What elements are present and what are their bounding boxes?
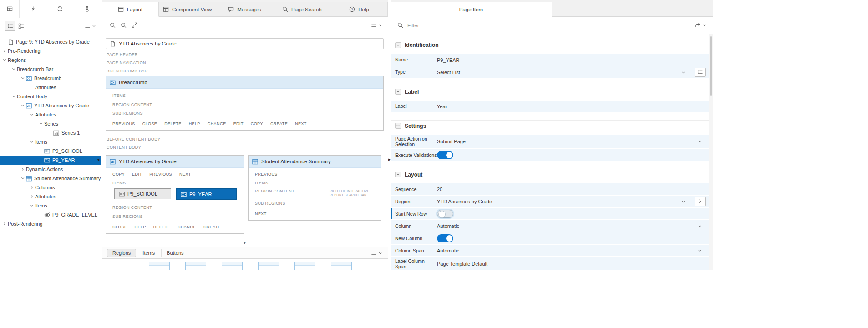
- breadcrumb-action-previous[interactable]: PREVIOUS: [112, 121, 135, 126]
- chart-action-delete[interactable]: DELETE: [153, 225, 170, 229]
- horizontal-splitter[interactable]: ▼: [102, 240, 388, 247]
- breadcrumb-action-next[interactable]: NEXT: [295, 121, 307, 126]
- group-list-button[interactable]: [15, 21, 26, 31]
- tree-chevron-right-icon[interactable]: [29, 194, 35, 199]
- property-value-region[interactable]: YTD Absences by Grade: [437, 199, 492, 204]
- tab-page-search[interactable]: Page Search: [273, 2, 330, 17]
- filter-input[interactable]: [407, 23, 691, 28]
- chart-action-change[interactable]: CHANGE: [178, 225, 196, 229]
- breadcrumb-action-copy[interactable]: COPY: [251, 121, 263, 126]
- property-value-page-action-on-selection[interactable]: Submit Page: [437, 139, 466, 144]
- breadcrumb-region[interactable]: Breadcrumb ITEMS REGION CONTENT SUB REGI…: [106, 76, 384, 131]
- tab-page-item[interactable]: Page Item: [391, 2, 552, 17]
- chart-action-help[interactable]: HELP: [135, 225, 146, 229]
- breadcrumb-action-edit[interactable]: EDIT: [233, 121, 244, 126]
- chevron-down-icon[interactable]: [698, 222, 702, 230]
- collapse-icon[interactable]: [395, 42, 401, 48]
- gallery-tab-items[interactable]: Items: [137, 249, 160, 257]
- chart-action-copy[interactable]: COPY: [112, 172, 125, 177]
- tree-item-items[interactable]: Items: [0, 201, 101, 210]
- tree-item-attributes[interactable]: Attributes: [0, 110, 101, 119]
- toggle-execute-validations[interactable]: [437, 151, 453, 159]
- collapse-icon[interactable]: [395, 123, 401, 129]
- layout-item-p9-school[interactable]: P9_SCHOOL: [114, 188, 171, 199]
- breadcrumb-action-create[interactable]: CREATE: [270, 121, 288, 126]
- tree-item-student-attendance-summary[interactable]: Student Attendance Summary: [0, 174, 101, 183]
- page-node[interactable]: YTD Absences by Grade: [106, 38, 384, 49]
- layout-menu-button[interactable]: [371, 22, 382, 29]
- tree-chevron-right-icon[interactable]: [2, 49, 7, 53]
- tab-layout[interactable]: Layout: [102, 2, 159, 17]
- tree-chevron-down-icon[interactable]: [29, 140, 35, 144]
- tree-item-post-rendering[interactable]: Post-Rendering: [0, 219, 101, 228]
- property-menu-button[interactable]: [695, 22, 706, 29]
- layout-item-p9-year[interactable]: P9_YEAR: [176, 188, 237, 200]
- chart-region-header[interactable]: YTD Absences by Grade: [106, 156, 244, 168]
- chart-region[interactable]: YTD Absences by Grade COPYEDITPREVIOUSNE…: [106, 155, 244, 234]
- gallery-menu-button[interactable]: [371, 250, 382, 257]
- property-value-label[interactable]: Year: [437, 104, 447, 109]
- tree-chevron-right-icon[interactable]: [29, 185, 35, 190]
- chevron-down-icon[interactable]: [681, 197, 685, 206]
- tree-chevron-down-icon[interactable]: [20, 176, 25, 181]
- region-template-thumb[interactable]: [331, 262, 352, 270]
- collapse-icon[interactable]: [395, 172, 401, 177]
- tab-component-view[interactable]: Component View: [159, 2, 216, 17]
- chart-action-edit[interactable]: EDIT: [132, 172, 142, 177]
- region-template-thumb[interactable]: [185, 262, 206, 270]
- tree-chevron-down-icon[interactable]: [2, 58, 7, 62]
- tree-item-breadcrumb-bar[interactable]: Breadcrumb Bar: [0, 65, 101, 74]
- ordered-list-button[interactable]: [5, 21, 15, 31]
- bolt-button[interactable]: [20, 0, 46, 18]
- arrow-right-btn-button[interactable]: [695, 197, 706, 206]
- right-splitter-collapse-icon[interactable]: ▶: [388, 158, 391, 161]
- group-header-label[interactable]: Label: [391, 86, 709, 97]
- property-value-sequence[interactable]: 20: [437, 187, 442, 192]
- tree-chevron-down-icon[interactable]: [29, 203, 35, 208]
- chart-action-create[interactable]: CREATE: [203, 225, 221, 229]
- region-template-thumb[interactable]: [149, 262, 170, 270]
- chart-action-close[interactable]: CLOSE: [112, 225, 127, 229]
- chevron-down-icon[interactable]: [681, 68, 685, 76]
- tree-item-attributes[interactable]: Attributes: [0, 83, 101, 92]
- tree-item-dynamic-actions[interactable]: Dynamic Actions: [0, 165, 101, 174]
- region-template-thumb[interactable]: [294, 262, 315, 270]
- tree-item-ytd-absences-by-grade[interactable]: YTD Absences by Grade: [0, 101, 101, 110]
- tree-item-columns[interactable]: Columns: [0, 183, 101, 192]
- breadcrumb-region-header[interactable]: Breadcrumb: [106, 76, 383, 89]
- toggle-new-column[interactable]: [437, 234, 453, 242]
- tree-item-breadcrumb[interactable]: Breadcrumb: [0, 74, 101, 83]
- group-header-identification[interactable]: Identification: [391, 40, 709, 50]
- property-value-name[interactable]: P9_YEAR: [437, 57, 460, 63]
- chart-action-previous[interactable]: PREVIOUS: [149, 172, 172, 177]
- tree-chevron-down-icon[interactable]: [11, 67, 16, 71]
- collapse-icon[interactable]: [395, 89, 401, 95]
- chevron-down-icon[interactable]: [698, 247, 702, 255]
- expand-button[interactable]: [129, 20, 140, 30]
- tree-item-p9-school[interactable]: P9_SCHOOL: [0, 146, 101, 156]
- summary-region-header[interactable]: Student Attendance Summary: [249, 156, 381, 168]
- tree-chevron-down-icon[interactable]: [11, 94, 16, 99]
- group-header-settings[interactable]: Settings: [391, 120, 709, 131]
- region-template-thumb[interactable]: [258, 262, 279, 270]
- tree-chevron-down-icon[interactable]: [38, 121, 44, 126]
- tree-chevron-down-icon[interactable]: [20, 76, 25, 81]
- breadcrumb-action-close[interactable]: CLOSE: [142, 121, 157, 126]
- tree-item-p9-year[interactable]: P9_YEAR: [0, 156, 101, 165]
- tree-item-content-body[interactable]: Content Body: [0, 92, 101, 101]
- tree-chevron-down-icon[interactable]: [20, 103, 25, 108]
- breadcrumb-action-change[interactable]: CHANGE: [208, 121, 226, 126]
- property-scrollbar[interactable]: [709, 34, 713, 270]
- summary-action-next[interactable]: NEXT: [255, 212, 267, 216]
- tree-chevron-right-icon[interactable]: [20, 167, 25, 172]
- tree-item-page-9-ytd-absences-by-grade[interactable]: Page 9: YTD Absences by Grade: [0, 37, 101, 46]
- tree-item-pre-rendering[interactable]: Pre-Rendering: [0, 46, 101, 56]
- tree-item-series-1[interactable]: Series 1: [0, 128, 101, 137]
- tree-item-items[interactable]: Items: [0, 137, 101, 146]
- summary-region[interactable]: Student Attendance Summary PREVIOUS ITEM…: [248, 155, 381, 221]
- property-value-column[interactable]: Automatic: [437, 223, 459, 229]
- breadcrumb-action-help[interactable]: HELP: [189, 121, 200, 126]
- toggle-start-new-row[interactable]: [437, 210, 453, 218]
- tree-item-regions[interactable]: Regions: [0, 56, 101, 65]
- property-value-type[interactable]: Select List: [437, 70, 460, 75]
